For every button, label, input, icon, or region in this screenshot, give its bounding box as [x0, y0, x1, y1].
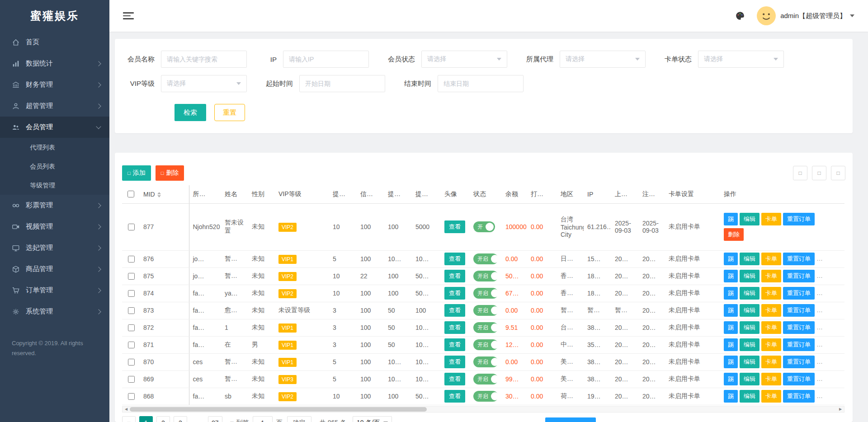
sidebar-item-members[interactable]: 会员管理	[0, 117, 109, 138]
reset-order-button[interactable]: 重置订单	[783, 356, 815, 368]
edit-button[interactable]: 编辑	[740, 304, 760, 317]
sort-icon[interactable]	[157, 192, 161, 197]
status-toggle[interactable]: 开启	[473, 305, 498, 316]
card-status-select[interactable]: 请选择	[698, 51, 784, 68]
print-button[interactable]: □	[831, 166, 845, 180]
start-date-input[interactable]	[299, 75, 385, 92]
horizontal-scrollbar[interactable]: ◀ ▶	[122, 406, 844, 413]
kick-button[interactable]: 踢	[724, 213, 738, 225]
delete-row-button[interactable]: 删除	[724, 228, 744, 241]
row-checkbox[interactable]	[128, 376, 135, 383]
per-page-select[interactable]: 10 条/页	[353, 416, 392, 422]
edit-button[interactable]: 编辑	[740, 321, 760, 334]
card-order-button[interactable]: 卡单	[761, 304, 781, 317]
card-order-button[interactable]: 卡单	[761, 321, 781, 334]
scrollbar-thumb[interactable]	[130, 407, 427, 412]
status-toggle[interactable]: 开启	[473, 253, 498, 264]
sidebar-item-orders[interactable]: 订单管理	[0, 280, 109, 301]
view-avatar-button[interactable]: 查看	[444, 373, 465, 385]
sidebar-item-finance[interactable]: 财务管理	[0, 74, 109, 95]
user-avatar[interactable]	[757, 6, 776, 25]
export-button[interactable]: □	[812, 166, 826, 180]
view-avatar-button[interactable]: 查看	[444, 304, 465, 317]
sidebar-item-video[interactable]: 视频管理	[0, 216, 109, 237]
row-checkbox[interactable]	[128, 342, 135, 348]
end-date-input[interactable]	[438, 75, 524, 92]
status-toggle[interactable]: 开启	[473, 339, 498, 350]
scroll-left-icon[interactable]: ◀	[123, 407, 130, 412]
column-mid[interactable]: MID	[140, 185, 189, 203]
edit-button[interactable]: 编辑	[740, 338, 760, 351]
kick-button[interactable]: 踢	[724, 321, 738, 334]
vip-level-select[interactable]: 请选择	[161, 75, 247, 92]
row-checkbox[interactable]	[128, 224, 135, 230]
card-order-button[interactable]: 卡单	[761, 390, 781, 403]
row-checkbox[interactable]	[128, 290, 135, 297]
kick-button[interactable]: 踢	[724, 253, 738, 265]
card-order-button[interactable]: 卡单	[761, 338, 781, 351]
view-avatar-button[interactable]: 查看	[444, 270, 465, 282]
view-avatar-button[interactable]: 查看	[444, 321, 465, 334]
row-checkbox[interactable]	[128, 393, 135, 400]
view-avatar-button[interactable]: 查看	[444, 390, 465, 403]
view-avatar-button[interactable]: 查看	[444, 220, 465, 233]
agent-select[interactable]: 请选择	[560, 51, 646, 68]
select-all-checkbox[interactable]	[127, 191, 134, 197]
delete-selected-button[interactable]: □删除	[156, 165, 184, 181]
sidebar-item-products[interactable]: 商品管理	[0, 258, 109, 280]
theme-palette-icon[interactable]	[735, 11, 745, 21]
page-button-87[interactable]: 87	[208, 416, 222, 422]
sidebar-item-xuanfei[interactable]: 选妃管理	[0, 237, 109, 258]
ip-input[interactable]	[283, 51, 369, 68]
row-checkbox[interactable]	[128, 307, 135, 314]
user-menu[interactable]: admin【超级管理员】	[780, 12, 846, 20]
edit-button[interactable]: 编辑	[740, 356, 760, 368]
kick-button[interactable]: 踢	[724, 390, 738, 403]
reset-order-button[interactable]: 重置订单	[783, 338, 815, 351]
search-button[interactable]: 检索	[175, 104, 206, 121]
goto-page-input[interactable]	[253, 416, 273, 422]
status-toggle[interactable]: 开启	[473, 271, 498, 281]
collapse-sidebar-button[interactable]	[123, 10, 134, 21]
card-order-button[interactable]: 卡单	[761, 287, 781, 300]
reset-order-button[interactable]: 重置订单	[783, 390, 815, 403]
reset-order-button[interactable]: 重置订单	[783, 373, 815, 385]
row-checkbox[interactable]	[128, 273, 135, 280]
scroll-right-icon[interactable]: ▶	[837, 407, 844, 412]
edit-button[interactable]: 编辑	[740, 373, 760, 385]
sidebar-item-home[interactable]: 首页	[0, 32, 109, 53]
edit-button[interactable]: 编辑	[740, 213, 760, 225]
goto-confirm-button[interactable]: 确定	[287, 416, 311, 422]
filter-columns-button[interactable]: □	[793, 166, 807, 180]
kick-button[interactable]: 踢	[724, 373, 738, 385]
row-checkbox[interactable]	[128, 359, 135, 366]
edit-button[interactable]: 编辑	[740, 253, 760, 265]
sidebar-item-statistics[interactable]: 数据统计	[0, 53, 109, 74]
partially-visible-blue-button[interactable]	[545, 417, 596, 422]
status-toggle[interactable]: 开	[473, 221, 495, 232]
status-toggle[interactable]: 开启	[473, 374, 498, 384]
view-avatar-button[interactable]: 查看	[444, 287, 465, 300]
view-avatar-button[interactable]: 查看	[444, 338, 465, 351]
kick-button[interactable]: 踢	[724, 270, 738, 282]
card-order-button[interactable]: 卡单	[761, 373, 781, 385]
add-button[interactable]: □添加	[122, 165, 151, 181]
sidebar-subitem-member-list[interactable]: 会员列表	[0, 157, 109, 176]
card-order-button[interactable]: 卡单	[761, 253, 781, 265]
sidebar-item-superadmin[interactable]: 超管管理	[0, 95, 109, 117]
view-avatar-button[interactable]: 查看	[444, 253, 465, 265]
member-name-input[interactable]	[161, 51, 247, 68]
kick-button[interactable]: 踢	[724, 304, 738, 317]
reset-button[interactable]: 重置	[214, 104, 245, 121]
sidebar-subitem-agent-list[interactable]: 代理列表	[0, 138, 109, 157]
card-order-button[interactable]: 卡单	[761, 270, 781, 282]
reset-order-button[interactable]: 重置订单	[783, 287, 815, 300]
sidebar-item-system[interactable]: 系统管理	[0, 301, 109, 322]
edit-button[interactable]: 编辑	[740, 390, 760, 403]
reset-order-button[interactable]: 重置订单	[783, 304, 815, 317]
kick-button[interactable]: 踢	[724, 356, 738, 368]
status-toggle[interactable]: 开启	[473, 356, 498, 367]
page-button-1[interactable]: 1	[139, 416, 153, 422]
card-order-button[interactable]: 卡单	[761, 213, 781, 225]
page-button-2[interactable]: 2	[156, 416, 170, 422]
